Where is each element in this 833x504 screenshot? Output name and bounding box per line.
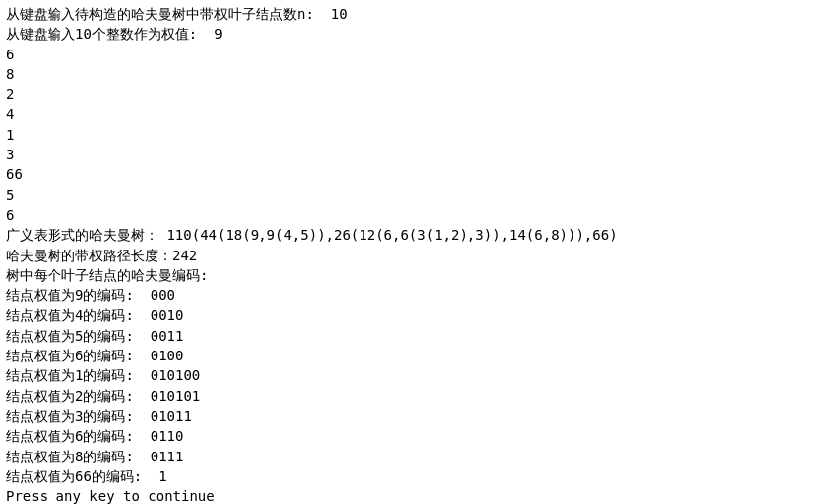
terminal-line: 结点权值为2的编码: 010101 xyxy=(6,386,827,406)
terminal-window: 从键盘输入待构造的哈夫曼树中带权叶子结点数n: 10从键盘输入10个整数作为权值… xyxy=(0,0,833,504)
terminal-line: 4 xyxy=(6,104,827,124)
terminal-line: 结点权值为8的编码: 0111 xyxy=(6,447,827,466)
terminal-line: 结点权值为3的编码: 01011 xyxy=(6,406,827,426)
terminal-line: 结点权值为66的编码: 1 xyxy=(6,466,827,486)
terminal-line: 5 xyxy=(6,185,827,205)
terminal-line: 结点权值为5的编码: 0011 xyxy=(6,326,827,346)
terminal-line: 结点权值为6的编码: 0100 xyxy=(6,346,827,365)
terminal-line: 从键盘输入10个整数作为权值: 9 xyxy=(6,24,827,44)
terminal-line: 从键盘输入待构造的哈夫曼树中带权叶子结点数n: 10 xyxy=(6,4,827,24)
terminal-line: 66 xyxy=(6,164,827,184)
terminal-line: 8 xyxy=(6,64,827,84)
terminal-line: 结点权值为6的编码: 0110 xyxy=(6,426,827,446)
terminal-line: 3 xyxy=(6,145,827,164)
terminal-line: 广义表形式的哈夫曼树： 110(44(18(9,9(4,5)),26(12(6,… xyxy=(6,225,827,245)
terminal-line: 结点权值为4的编码: 0010 xyxy=(6,305,827,325)
terminal-line: 哈夫曼树的带权路径长度：242 xyxy=(6,246,827,265)
terminal-line: Press any key to continue xyxy=(6,486,827,504)
terminal-line: 结点权值为9的编码: 000 xyxy=(6,285,827,305)
terminal-line: 6 xyxy=(6,205,827,225)
terminal-line: 1 xyxy=(6,125,827,145)
terminal-line: 6 xyxy=(6,45,827,64)
terminal-line: 结点权值为1的编码: 010100 xyxy=(6,365,827,385)
terminal-line: 树中每个叶子结点的哈夫曼编码: xyxy=(6,265,827,285)
terminal-line: 2 xyxy=(6,84,827,104)
